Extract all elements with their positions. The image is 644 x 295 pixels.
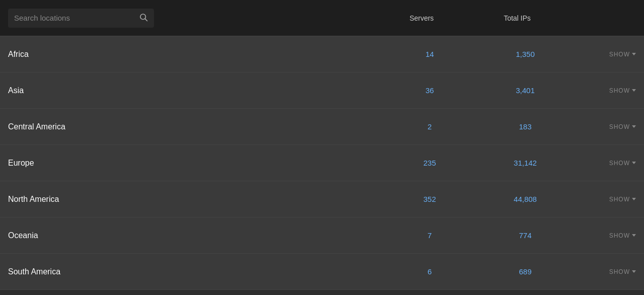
row-ips-4: 44,808 <box>475 195 576 203</box>
row-name-0: Africa <box>8 50 384 59</box>
table-row[interactable]: North America 352 44,808 SHOW <box>0 181 644 217</box>
row-servers-4: 352 <box>384 195 475 203</box>
search-input[interactable] <box>14 14 136 22</box>
row-action-5: SHOW <box>576 232 636 239</box>
chevron-down-icon <box>632 270 636 273</box>
show-button-1[interactable]: SHOW <box>609 87 636 94</box>
row-action-1: SHOW <box>576 87 636 94</box>
row-servers-0: 14 <box>384 50 475 58</box>
row-name-4: North America <box>8 195 384 204</box>
row-ips-1: 3,401 <box>475 86 576 95</box>
row-servers-2: 2 <box>384 122 475 131</box>
table-row[interactable]: Europe 235 31,142 SHOW <box>0 145 644 181</box>
search-icon <box>139 13 148 24</box>
show-button-6[interactable]: SHOW <box>609 268 636 275</box>
row-name-5: Oceania <box>8 231 384 240</box>
row-ips-5: 774 <box>475 231 576 240</box>
col-header-servers: Servers <box>376 14 467 22</box>
row-name-2: Central America <box>8 122 384 131</box>
show-button-2[interactable]: SHOW <box>609 123 636 130</box>
row-servers-6: 6 <box>384 267 475 276</box>
row-action-4: SHOW <box>576 196 636 203</box>
table-row[interactable]: Asia 36 3,401 SHOW <box>0 72 644 109</box>
row-name-3: Europe <box>8 159 384 168</box>
row-action-6: SHOW <box>576 268 636 275</box>
column-headers: Servers Total IPs <box>376 14 636 22</box>
row-ips-6: 689 <box>475 267 576 276</box>
chevron-down-icon <box>632 125 636 128</box>
table-body: Africa 14 1,350 SHOW Asia 36 3,401 SHOW … <box>0 36 644 295</box>
col-header-total-ips: Total IPs <box>467 14 568 22</box>
row-action-3: SHOW <box>576 160 636 167</box>
row-name-1: Asia <box>8 86 384 95</box>
table-row[interactable]: Oceania 7 774 SHOW <box>0 217 644 254</box>
chevron-down-icon <box>632 162 636 164</box>
row-name-6: South America <box>8 267 384 276</box>
row-ips-0: 1,350 <box>475 50 576 58</box>
show-button-5[interactable]: SHOW <box>609 232 636 239</box>
row-servers-5: 7 <box>384 231 475 240</box>
chevron-down-icon <box>632 198 636 200</box>
chevron-down-icon <box>632 234 636 237</box>
chevron-down-icon <box>632 53 636 55</box>
row-servers-1: 36 <box>384 86 475 95</box>
chevron-down-icon <box>632 89 636 92</box>
show-button-4[interactable]: SHOW <box>609 196 636 203</box>
app-container: Servers Total IPs Africa 14 1,350 SHOW A… <box>0 0 644 295</box>
search-wrapper <box>8 9 154 28</box>
row-action-2: SHOW <box>576 123 636 130</box>
table-row[interactable]: Central America 2 183 SHOW <box>0 109 644 145</box>
show-button-3[interactable]: SHOW <box>609 160 636 167</box>
table-row[interactable]: South America 6 689 SHOW <box>0 254 644 290</box>
header-bar: Servers Total IPs <box>0 0 644 36</box>
svg-line-1 <box>145 19 147 21</box>
table-row[interactable]: Africa 14 1,350 SHOW <box>0 36 644 72</box>
row-ips-3: 31,142 <box>475 159 576 167</box>
show-button-0[interactable]: SHOW <box>609 51 636 58</box>
row-ips-2: 183 <box>475 122 576 131</box>
row-action-0: SHOW <box>576 51 636 58</box>
row-servers-3: 235 <box>384 159 475 167</box>
